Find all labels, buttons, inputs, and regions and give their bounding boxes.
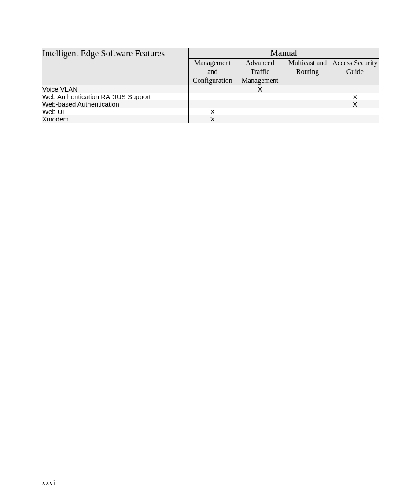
feature-table: Intelligent Edge Software Features Manua…	[42, 48, 379, 123]
mark-cell	[236, 115, 284, 123]
mark-cell	[284, 108, 332, 115]
feature-cell: Web Authentication RADIUS Support	[42, 93, 189, 100]
mark-cell: X	[332, 100, 379, 108]
table-row: Web Authentication RADIUS Support X	[42, 93, 379, 100]
mark-cell	[236, 108, 284, 115]
mark-cell	[236, 100, 284, 108]
feature-cell: Xmodem	[42, 115, 189, 123]
table-header-row-1: Intelligent Edge Software Features Manua…	[42, 48, 379, 59]
mark-cell	[189, 100, 236, 108]
mark-cell: X	[189, 115, 236, 123]
feature-cell: Web-based Authentication	[42, 100, 189, 108]
feature-cell: Web UI	[42, 108, 189, 115]
table-row: Web-based Authentication X	[42, 100, 379, 108]
mark-cell	[332, 85, 379, 93]
mark-cell	[284, 115, 332, 123]
mark-cell	[284, 85, 332, 93]
header-col-0: Management and Configuration	[189, 59, 236, 85]
mark-cell	[236, 93, 284, 100]
mark-cell	[284, 100, 332, 108]
mark-cell	[332, 108, 379, 115]
table-row: Xmodem X	[42, 115, 379, 123]
mark-cell	[284, 93, 332, 100]
header-col-1: Advanced Traffic Management	[236, 59, 284, 85]
page-number: xxvi	[42, 478, 55, 487]
page-body: Intelligent Edge Software Features Manua…	[0, 0, 420, 123]
mark-cell: X	[332, 93, 379, 100]
mark-cell: X	[189, 108, 236, 115]
mark-cell	[332, 115, 379, 123]
feature-cell: Voice VLAN	[42, 85, 189, 93]
footer-rule	[42, 473, 378, 473]
table-row: Web UI X	[42, 108, 379, 115]
header-features: Intelligent Edge Software Features	[42, 48, 189, 85]
header-manual: Manual	[189, 48, 379, 59]
mark-cell	[189, 93, 236, 100]
mark-cell	[189, 85, 236, 93]
table-row: Voice VLAN X	[42, 85, 379, 93]
header-col-2: Multicast and Routing	[284, 59, 332, 85]
header-col-3: Access Security Guide	[332, 59, 379, 85]
mark-cell: X	[236, 85, 284, 93]
